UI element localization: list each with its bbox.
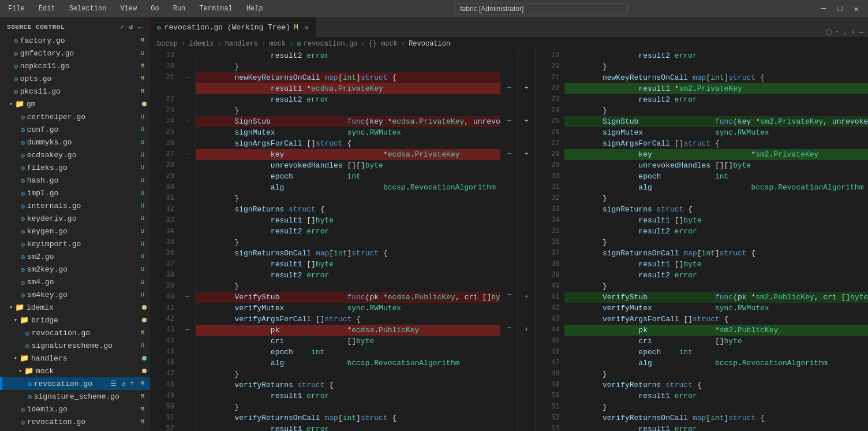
more-icon[interactable]: … xyxy=(137,22,143,32)
code-right-42: verifyMutex sync.RWMutex xyxy=(564,303,869,314)
code-right-44: pk *sm2.PublicKey xyxy=(564,325,869,336)
refresh-icon[interactable]: ↺ xyxy=(128,22,134,32)
menu-help[interactable]: Help xyxy=(244,3,265,14)
ln-19: 19 xyxy=(150,50,174,61)
revert-icon[interactable]: ↺ xyxy=(119,379,127,389)
menu-run[interactable]: Run xyxy=(171,3,188,14)
nav-next-icon[interactable]: ↓ xyxy=(843,28,848,37)
code-left-45: epoch int xyxy=(196,347,500,358)
code-right-33: signReturns struct { xyxy=(564,204,869,215)
sidebar-item-pkcs11-go[interactable]: ◎ pkcs11.go M xyxy=(0,85,150,98)
code-right-32: } xyxy=(564,193,869,204)
code-right-53: result1 error xyxy=(564,423,869,431)
more-actions-icon[interactable]: ⋯ xyxy=(859,28,863,37)
sidebar-item-handlers-revocation-go[interactable]: ◎ revocation.go M xyxy=(0,415,150,428)
sidebar-item-idemix-go[interactable]: ◎ idemix.go M xyxy=(0,403,150,415)
sidebar-item-sm2-go[interactable]: ◎ sm2.go U xyxy=(0,250,150,263)
titlebar: File Edit Selection View Go Run Terminal… xyxy=(0,0,868,17)
sidebar-item-sm4key-go[interactable]: ◎ sm4key.go U xyxy=(0,288,150,301)
ln-24: 24 xyxy=(150,116,174,127)
menu-go[interactable]: Go xyxy=(148,3,161,14)
sidebar-item-mock-folder[interactable]: ▾ 📁 mock xyxy=(0,365,150,377)
tab-close-button[interactable]: ✕ xyxy=(304,23,309,32)
code-left-23: } xyxy=(196,105,500,116)
code-left-39: } xyxy=(196,281,500,292)
sidebar-item-keyimport-go[interactable]: ◎ keyimport.go U xyxy=(0,237,150,250)
ln-41: 41 xyxy=(150,303,174,314)
sidebar-item-gmfactory-go[interactable]: ◎ gmfactory.go U xyxy=(0,47,150,60)
breadcrumb-revocation-class[interactable]: Revocation xyxy=(409,40,450,48)
go-file-icon: ◎ xyxy=(14,50,18,57)
sidebar-item-signature-scheme-go[interactable]: ◎ signature_scheme.go M xyxy=(0,390,150,403)
chevron-down-icon: ▾ xyxy=(9,304,13,311)
tab-bar: ◎ revocation.go (Working Tree) M ✕ ⬡ ↑ ↓… xyxy=(150,17,868,38)
left-line-numbers: 19 20 21 22 23 24 25 26 27 28 29 30 31 3… xyxy=(150,50,179,431)
minimize-button[interactable]: ─ xyxy=(818,3,829,15)
sidebar-item-mock-revocation-go[interactable]: ◎ revocation.go ☰ ↺ + M xyxy=(0,377,150,390)
go-file-icon: ◎ xyxy=(25,342,29,350)
maximize-button[interactable]: □ xyxy=(834,3,845,15)
sidebar-item-sm4-go[interactable]: ◎ sm4.go U xyxy=(0,276,150,288)
sidebar-item-dummyks-go[interactable]: ◎ dummyks.go U xyxy=(0,136,150,148)
sidebar-item-bridge-folder[interactable]: ▾ 📁 bridge xyxy=(0,314,150,326)
go-file-icon: ◎ xyxy=(21,240,25,248)
sidebar-item-ecdsakey-go[interactable]: ◎ ecdsakey.go U xyxy=(0,148,150,161)
breadcrumb-handlers[interactable]: handlers xyxy=(225,40,259,48)
tab-revocation-go[interactable]: ◎ revocation.go (Working Tree) M ✕ xyxy=(150,17,316,37)
code-left-30: alg bccsp.RevocationAlgorithm xyxy=(196,182,500,193)
breadcrumb-mock-struct[interactable]: {} mock xyxy=(369,40,398,48)
chevron-down-icon: ▾ xyxy=(9,101,13,107)
sidebar-item-fileks-go[interactable]: ◎ fileks.go U xyxy=(0,161,150,174)
sidebar-item-sm2key-go[interactable]: ◎ sm2key.go U xyxy=(0,263,150,276)
menu-edit[interactable]: Edit xyxy=(36,3,58,14)
code-left-27: key *ecdsa.PrivateKey xyxy=(196,149,500,160)
breadcrumb-revocation-go[interactable]: revocation.go xyxy=(304,40,358,48)
sidebar-item-bridge-revocation-go[interactable]: ◎ revocation.go M xyxy=(0,326,150,339)
left-diff-gutter: — — — xyxy=(179,50,196,431)
ln-22: 22 xyxy=(150,94,174,105)
breadcrumb-bccsp[interactable]: bccsp xyxy=(157,40,178,48)
nav-prev-icon[interactable]: ↑ xyxy=(835,28,840,37)
sidebar-item-keyderiv-go[interactable]: ◎ keyderiv.go U xyxy=(0,212,150,225)
tab-label: revocation.go (Working Tree) xyxy=(164,23,290,32)
stage-icon[interactable]: + xyxy=(851,28,855,37)
menu-view[interactable]: View xyxy=(118,3,139,14)
open-in-editor-icon[interactable]: ⬡ xyxy=(825,28,832,37)
breadcrumb-idemix[interactable]: idemix xyxy=(189,40,214,48)
menu-file[interactable]: File xyxy=(6,3,27,14)
ln-38: 38 xyxy=(150,270,174,281)
sidebar-item-signaturescheme-go[interactable]: ◎ signaturescheme.go U xyxy=(0,339,150,352)
code-left-31: } xyxy=(196,193,500,204)
sidebar-item-keygen-go[interactable]: ◎ keygen.go U xyxy=(0,225,150,237)
go-file-icon: ◎ xyxy=(21,278,25,286)
sidebar-item-certhelper-go[interactable]: ◎ certhelper.go U xyxy=(0,110,150,123)
sidebar-item-impl-go[interactable]: ◎ impl.go U xyxy=(0,187,150,199)
diff-editor: 19 20 21 22 23 24 25 26 27 28 29 30 31 3… xyxy=(150,50,868,431)
check-all-icon[interactable]: ✓ xyxy=(119,22,125,32)
code-left-46: alg bccsp.RevocationAlgorithm xyxy=(196,358,500,369)
open-changes-icon[interactable]: ☰ xyxy=(108,379,118,389)
sidebar-item-conf-go[interactable]: ◎ conf.go U xyxy=(0,123,150,136)
sidebar-item-hash-go[interactable]: ◎ hash.go U xyxy=(0,174,150,187)
sidebar-item-handlers-folder[interactable]: ▾ 📁 handlers xyxy=(0,352,150,365)
add-icon[interactable]: + xyxy=(128,379,136,389)
sidebar-item-idemix-folder[interactable]: ▾ 📁 idemix xyxy=(0,301,150,314)
code-left-38: result2 error xyxy=(196,270,500,281)
ln-46: 46 xyxy=(150,358,174,369)
close-button[interactable]: ✕ xyxy=(851,3,862,15)
sidebar-item-internals-go[interactable]: ◎ internals.go U xyxy=(0,199,150,212)
sidebar-item-gm-folder[interactable]: ▾ 📁 gm xyxy=(0,98,150,110)
menu-terminal[interactable]: Terminal xyxy=(197,3,235,14)
go-file-icon: ◎ xyxy=(21,406,25,413)
sidebar-item-opts-go[interactable]: ◎ opts.go M xyxy=(0,72,150,85)
breadcrumb-mock[interactable]: mock xyxy=(269,40,286,48)
ln-37: 37 xyxy=(150,259,174,270)
code-right-31: alg bccsp.RevocationAlgorithm xyxy=(564,182,869,193)
menu-selection[interactable]: Selection xyxy=(67,3,109,14)
sidebar-item-factory-go[interactable]: ◎ factory.go M xyxy=(0,34,150,47)
search-input[interactable] xyxy=(455,3,628,14)
sidebar-item-nopkcs11-go[interactable]: ◎ nopkcs11.go M xyxy=(0,60,150,72)
code-right-50: result1 error xyxy=(564,391,869,402)
code-right-20: } xyxy=(564,61,869,72)
code-right-39: result2 error xyxy=(564,270,869,281)
